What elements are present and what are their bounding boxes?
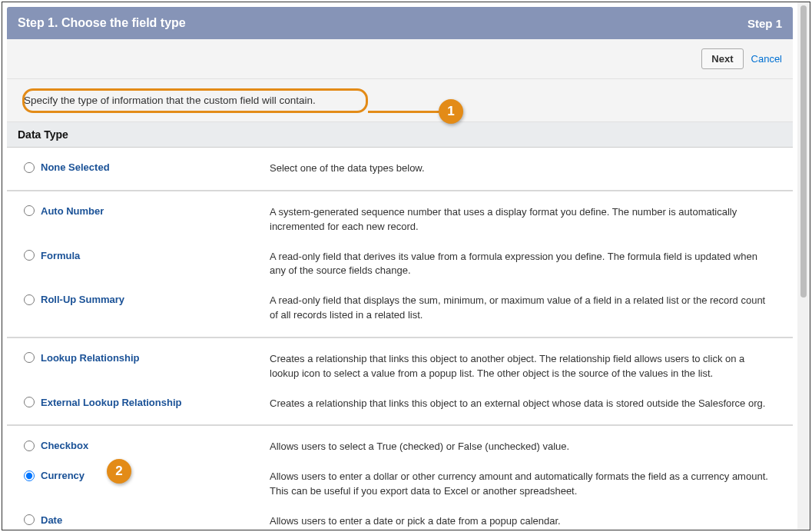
option-row: Lookup RelationshipCreates a relationshi… bbox=[7, 338, 793, 389]
data-type-label[interactable]: Currency bbox=[41, 470, 85, 481]
option-row: Auto NumberA system-generated sequence n… bbox=[7, 191, 793, 242]
step-title: Step 1. Choose the field type bbox=[18, 16, 186, 30]
data-type-radio[interactable] bbox=[24, 470, 35, 481]
options-group: Auto NumberA system-generated sequence n… bbox=[7, 191, 793, 338]
data-type-radio[interactable] bbox=[24, 352, 35, 363]
data-type-description: A system-generated sequence number that … bbox=[270, 205, 782, 234]
data-type-label[interactable]: External Lookup Relationship bbox=[41, 397, 181, 408]
action-bar: Next Cancel bbox=[7, 39, 793, 79]
wizard-frame: Step 1. Choose the field type Step 1 Nex… bbox=[2, 2, 810, 530]
data-type-description: A read-only field that derives its value… bbox=[270, 250, 782, 279]
option-row: FormulaA read-only field that derives it… bbox=[7, 242, 793, 287]
data-type-label[interactable]: Date bbox=[41, 514, 62, 526]
next-button[interactable]: Next bbox=[701, 48, 743, 69]
instruction-band: Specify the type of information that the… bbox=[7, 79, 793, 122]
option-row: External Lookup RelationshipCreates a re… bbox=[7, 389, 793, 425]
data-type-label[interactable]: Lookup Relationship bbox=[41, 352, 140, 364]
options-group: None SelectedSelect one of the data type… bbox=[7, 148, 793, 191]
data-type-radio[interactable] bbox=[24, 441, 35, 451]
option-row: DateAllows users to enter a date or pick… bbox=[7, 507, 793, 530]
option-row: CurrencyAllows users to enter a dollar o… bbox=[7, 462, 793, 507]
scrollbar-track[interactable] bbox=[797, 2, 810, 530]
data-type-label[interactable]: None Selected bbox=[41, 161, 110, 173]
options-group: CheckboxAllows users to select a True (c… bbox=[7, 426, 793, 530]
data-type-description: Allows users to select a True (checked) … bbox=[270, 440, 782, 454]
step-header: Step 1. Choose the field type Step 1 bbox=[7, 7, 793, 39]
options-root: None SelectedSelect one of the data type… bbox=[2, 148, 797, 530]
radio-cell: Formula bbox=[24, 250, 270, 261]
content-area: Step 1. Choose the field type Step 1 Nex… bbox=[2, 2, 797, 530]
data-type-radio[interactable] bbox=[24, 397, 35, 407]
data-type-description: A read-only field that displays the sum,… bbox=[270, 294, 782, 323]
data-type-label[interactable]: Formula bbox=[41, 250, 80, 261]
radio-cell: Checkbox bbox=[24, 440, 270, 451]
data-type-label[interactable]: Roll-Up Summary bbox=[41, 294, 124, 305]
radio-cell: None Selected bbox=[24, 161, 270, 173]
radio-cell: Roll-Up Summary bbox=[24, 294, 270, 305]
scrollbar-thumb[interactable] bbox=[800, 5, 807, 298]
data-type-radio[interactable] bbox=[24, 514, 35, 525]
data-type-description: Allows users to enter a date or pick a d… bbox=[270, 514, 782, 529]
radio-cell: External Lookup Relationship bbox=[24, 397, 270, 408]
data-type-radio[interactable] bbox=[24, 205, 35, 216]
cancel-link[interactable]: Cancel bbox=[751, 53, 782, 65]
annotation-connector-1: 1 bbox=[368, 99, 463, 124]
radio-cell: Date bbox=[24, 514, 270, 526]
radio-cell: Auto Number bbox=[24, 205, 270, 217]
data-type-description: Allows users to enter a dollar or other … bbox=[270, 470, 782, 499]
data-type-radio[interactable] bbox=[24, 250, 35, 261]
connector-line-icon bbox=[368, 111, 439, 113]
option-row: None SelectedSelect one of the data type… bbox=[7, 148, 793, 190]
data-type-description: Creates a relationship that links this o… bbox=[270, 397, 782, 411]
instruction-text: Specify the type of information that the… bbox=[18, 93, 316, 106]
option-row: Roll-Up SummaryA read-only field that di… bbox=[7, 286, 793, 337]
data-type-description: Creates a relationship that links this o… bbox=[270, 352, 782, 381]
options-group: Lookup RelationshipCreates a relationshi… bbox=[7, 338, 793, 427]
data-type-radio[interactable] bbox=[24, 162, 35, 173]
data-type-header: Data Type bbox=[7, 122, 793, 148]
step-indicator: Step 1 bbox=[747, 17, 782, 30]
data-type-description: Select one of the data types below. bbox=[270, 161, 782, 176]
data-type-label[interactable]: Checkbox bbox=[41, 440, 88, 451]
data-type-label[interactable]: Auto Number bbox=[41, 205, 104, 217]
option-row: CheckboxAllows users to select a True (c… bbox=[7, 426, 793, 462]
data-type-radio[interactable] bbox=[24, 294, 35, 305]
radio-cell: Currency bbox=[24, 470, 270, 481]
radio-cell: Lookup Relationship bbox=[24, 352, 270, 364]
annotation-badge-1: 1 bbox=[439, 99, 463, 124]
